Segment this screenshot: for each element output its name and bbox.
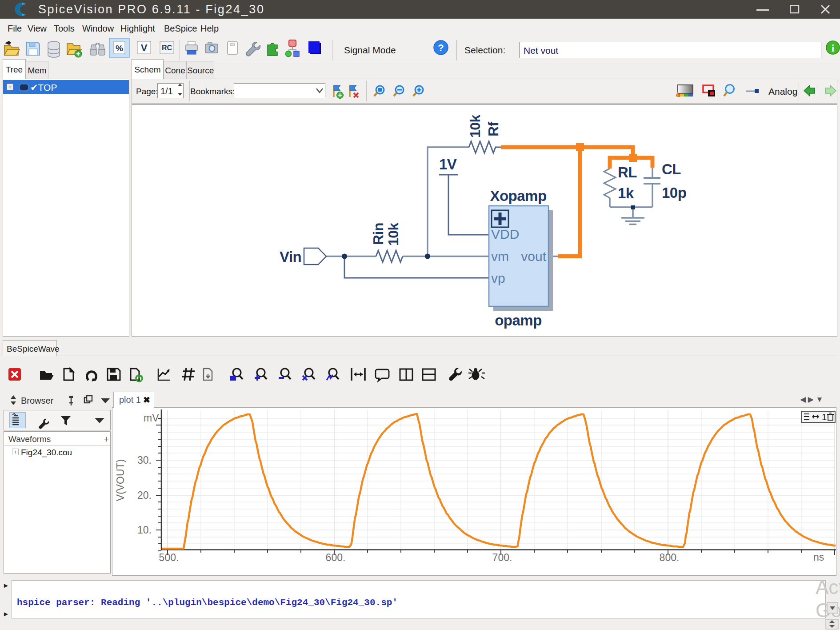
svg-text:10.: 10. <box>137 524 152 536</box>
svg-text:10k: 10k <box>467 114 483 138</box>
svg-text:?: ? <box>438 42 444 53</box>
svg-text:700.: 700. <box>492 552 512 563</box>
svg-text:1k: 1k <box>618 185 634 201</box>
svg-text:vm: vm <box>491 249 509 264</box>
svg-text:Browser: Browser <box>21 396 54 405</box>
svg-text:800.: 800. <box>660 552 680 563</box>
svg-text:600.: 600. <box>326 552 346 563</box>
svg-text:Rf: Rf <box>485 121 501 136</box>
svg-text:Xopamp: Xopamp <box>490 188 546 204</box>
svg-text:vout: vout <box>521 249 546 264</box>
svg-text:RL: RL <box>618 164 637 181</box>
svg-text:RC: RC <box>162 44 172 52</box>
svg-text:vp: vp <box>491 271 505 285</box>
svg-text:opamp: opamp <box>495 312 542 329</box>
svg-text:mV: mV <box>144 412 159 424</box>
svg-text:1: 1 <box>822 412 827 422</box>
svg-text:V(VOUT): V(VOUT) <box>115 459 126 502</box>
svg-text:10k: 10k <box>385 222 401 246</box>
svg-text:30.: 30. <box>137 454 152 466</box>
svg-text:10p: 10p <box>662 185 686 201</box>
svg-text:CL: CL <box>662 161 681 177</box>
svg-text:1V: 1V <box>439 156 457 173</box>
svg-text:500.: 500. <box>159 552 179 563</box>
svg-text:V: V <box>141 42 148 53</box>
svg-text:20.: 20. <box>137 490 152 501</box>
svg-text:Vin: Vin <box>280 249 301 265</box>
svg-text:Rin: Rin <box>370 223 386 245</box>
svg-text:ns: ns <box>813 551 824 563</box>
svg-text:VDD: VDD <box>491 227 519 241</box>
svg-text:i: i <box>832 43 835 54</box>
svg-text:%: % <box>116 44 123 53</box>
